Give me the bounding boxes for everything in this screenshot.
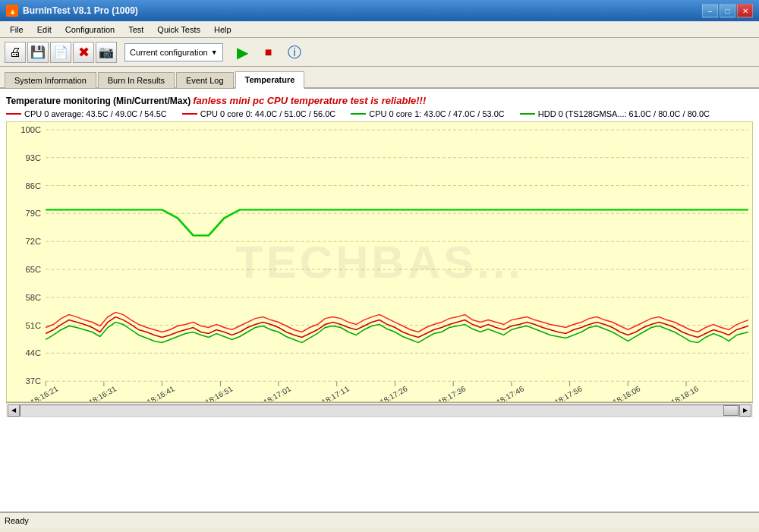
window-controls[interactable]: – □ ✕ <box>702 4 753 17</box>
legend-area: CPU 0 average: 43.5C / 49.0C / 54.5C CPU… <box>6 109 753 118</box>
status-text: Ready <box>5 516 29 525</box>
print-button[interactable]: 🖨 <box>5 42 26 63</box>
legend-line-red-core0 <box>182 113 197 115</box>
scroll-left-button[interactable]: ◀ <box>8 405 20 417</box>
delete-button[interactable]: ✖ <box>73 42 94 63</box>
toolbar: 🖨 💾 📄 ✖ 📷 Current configuration ▼ ▶ ■ ⓘ <box>0 38 759 67</box>
scroll-thumb[interactable] <box>723 405 739 416</box>
menu-file[interactable]: File <box>3 23 30 36</box>
svg-text:93C: 93C <box>25 153 41 162</box>
chart-title: Temperature monitoring (Min/Current/Max) <box>6 96 191 106</box>
svg-text:100C: 100C <box>20 125 41 134</box>
legend-label-hdd0: HDD 0 (TS128GMSA...: 61.0C / 80.0C / 80.… <box>538 109 710 118</box>
title-bar: 🔥 BurnInTest V8.1 Pro (1009) – □ ✕ <box>0 0 759 21</box>
maximize-button[interactable]: □ <box>720 4 735 17</box>
legend-hdd0: HDD 0 (TS128GMSA...: 61.0C / 80.0C / 80.… <box>520 109 710 118</box>
legend-line-green-hdd0 <box>520 113 535 115</box>
legend-line-red-avg <box>6 113 21 115</box>
tab-system-information[interactable]: System Information <box>5 72 96 89</box>
save-button[interactable]: 💾 <box>27 42 49 63</box>
help-button[interactable]: ⓘ <box>282 40 307 65</box>
legend-cpu0-avg: CPU 0 average: 43.5C / 49.0C / 54.5C <box>6 109 167 118</box>
menu-configuration[interactable]: Configuration <box>58 23 121 36</box>
tab-burn-in-results[interactable]: Burn In Results <box>98 72 175 89</box>
svg-text:58C: 58C <box>25 293 41 302</box>
menu-help[interactable]: Help <box>207 23 238 36</box>
close-button[interactable]: ✕ <box>737 4 753 17</box>
app-icon: 🔥 <box>6 5 18 17</box>
config-dropdown-label: Current configuration <box>130 48 208 57</box>
app-title: BurnInTest V8.1 Pro (1009) <box>23 5 702 16</box>
menu-test[interactable]: Test <box>121 23 150 36</box>
play-button[interactable]: ▶ <box>231 40 255 65</box>
dropdown-arrow-icon[interactable]: ▼ <box>211 49 218 56</box>
scroll-track[interactable] <box>20 405 739 417</box>
menu-edit[interactable]: Edit <box>30 23 58 36</box>
menu-bar: File Edit Configuration Test Quick Tests… <box>0 21 759 38</box>
minimize-button[interactable]: – <box>702 4 718 17</box>
chart-svg: 100C 93C 86C 79C 72C 65C 58C 51C 44C 37C <box>7 122 752 401</box>
legend-cpu0-core1: CPU 0 core 1: 43.0C / 47.0C / 53.0C <box>351 109 505 118</box>
menu-quick-tests[interactable]: Quick Tests <box>150 23 207 36</box>
svg-text:86C: 86C <box>25 181 41 190</box>
tabs-area: System Information Burn In Results Event… <box>0 67 759 89</box>
temperature-chart: TECHBAS... 100C 93C 86C 79C 72C 65C 58C <box>6 121 753 402</box>
svg-text:65C: 65C <box>25 265 41 274</box>
tab-temperature[interactable]: Temperature <box>235 71 305 89</box>
legend-label-cpu0-core1: CPU 0 core 1: 43.0C / 47.0C / 53.0C <box>369 109 505 118</box>
legend-cpu0-core0: CPU 0 core 0: 44.0C / 51.0C / 56.0C <box>182 109 336 118</box>
camera-button[interactable]: 📷 <box>96 42 117 63</box>
svg-text:51C: 51C <box>25 321 41 330</box>
tab-event-log[interactable]: Event Log <box>176 72 234 89</box>
scroll-right-button[interactable]: ▶ <box>739 405 751 417</box>
config-dropdown[interactable]: Current configuration ▼ <box>124 43 223 61</box>
main-content: Temperature monitoring (Min/Current/Max)… <box>0 89 759 512</box>
legend-label-cpu0-core0: CPU 0 core 0: 44.0C / 51.0C / 56.0C <box>200 109 336 118</box>
svg-text:37C: 37C <box>25 376 41 386</box>
svg-rect-0 <box>7 122 752 401</box>
svg-text:44C: 44C <box>25 348 41 357</box>
svg-text:72C: 72C <box>25 237 41 246</box>
legend-label-cpu0-avg: CPU 0 average: 43.5C / 49.0C / 54.5C <box>24 109 167 118</box>
stop-button[interactable]: ■ <box>257 40 281 65</box>
legend-line-green-core1 <box>351 113 366 115</box>
status-bar: Ready <box>0 512 759 528</box>
horizontal-scrollbar[interactable]: ◀ ▶ <box>6 402 753 417</box>
new-button[interactable]: 📄 <box>50 42 71 63</box>
chart-subtitle: fanless mini pc CPU temperature test is … <box>193 95 426 106</box>
svg-text:79C: 79C <box>25 209 41 218</box>
